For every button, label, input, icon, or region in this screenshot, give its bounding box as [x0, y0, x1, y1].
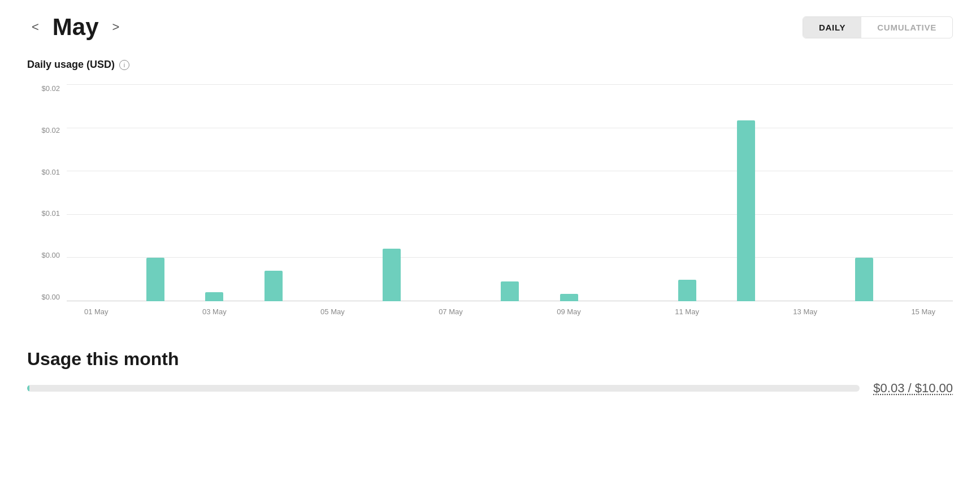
bar-group: [126, 84, 185, 301]
x-label-group: [717, 301, 776, 322]
x-axis: 01 May03 May05 May07 May09 May11 May13 M…: [67, 301, 953, 322]
y-label-4: $0.01: [27, 209, 67, 218]
bar[interactable]: [737, 120, 755, 301]
y-axis: $0.02 $0.02 $0.01 $0.01 $0.00 $0.00: [27, 84, 67, 322]
bars-area: [67, 84, 953, 301]
x-axis-label: 09 May: [557, 307, 581, 316]
usage-amount: $0.03 / $10.00: [873, 381, 953, 396]
y-label-2: $0.02: [27, 126, 67, 135]
bar-group: [894, 84, 953, 301]
x-label-group: [126, 301, 185, 322]
chart-area: $0.02 $0.02 $0.01 $0.01 $0.00 $0.00: [27, 84, 953, 322]
usage-section: Usage this month $0.03 / $10.00: [27, 349, 953, 396]
x-axis-label: 05 May: [320, 307, 345, 316]
bar[interactable]: [146, 258, 164, 301]
bar-group: [67, 84, 126, 301]
x-axis-label: 13 May: [793, 307, 817, 316]
y-label-1: $0.02: [27, 84, 67, 93]
view-tab-group: DAILY CUMULATIVE: [803, 16, 953, 38]
bar-group: [657, 84, 717, 301]
bar-group: [362, 84, 422, 301]
usage-bar-fill: [27, 385, 29, 392]
x-label-group: [480, 301, 540, 322]
bar-group: [539, 84, 599, 301]
chart-title-row: Daily usage (USD) i: [27, 59, 953, 71]
x-label-group: 01 May: [67, 301, 126, 322]
bar-group: [717, 84, 776, 301]
x-label-group: 07 May: [421, 301, 480, 322]
bar[interactable]: [855, 258, 873, 301]
x-axis-label: 01 May: [84, 307, 109, 316]
tab-daily[interactable]: DAILY: [803, 17, 861, 38]
x-axis-label: 03 May: [202, 307, 227, 316]
bar-group: [421, 84, 480, 301]
bar-group: [775, 84, 835, 301]
bar-group: [835, 84, 894, 301]
y-label-5: $0.00: [27, 251, 67, 259]
chart-title: Daily usage (USD): [27, 59, 115, 71]
chart-section: Daily usage (USD) i $0.02 $0.02 $0.01 $0…: [27, 59, 953, 322]
x-label-group: [244, 301, 303, 322]
bar-group: [244, 84, 303, 301]
x-label-group: 09 May: [539, 301, 599, 322]
usage-bar-track: [27, 385, 860, 392]
chart-container: $0.02 $0.02 $0.01 $0.01 $0.00 $0.00: [27, 84, 953, 322]
info-icon[interactable]: i: [119, 60, 129, 70]
x-label-group: 05 May: [303, 301, 362, 322]
x-label-group: [599, 301, 658, 322]
bar-group: [185, 84, 244, 301]
x-label-group: 13 May: [775, 301, 835, 322]
x-label-group: 03 May: [185, 301, 244, 322]
usage-section-title: Usage this month: [27, 349, 953, 370]
prev-month-button[interactable]: <: [27, 18, 44, 37]
page-header: < May > DAILY CUMULATIVE: [27, 14, 953, 41]
bar[interactable]: [383, 249, 401, 301]
chart-body: 01 May03 May05 May07 May09 May11 May13 M…: [67, 84, 953, 322]
x-label-group: [362, 301, 422, 322]
y-label-3: $0.01: [27, 168, 67, 176]
y-label-6: $0.00: [27, 293, 67, 301]
bar-group: [303, 84, 362, 301]
bar[interactable]: [560, 294, 578, 301]
month-title: May: [53, 14, 99, 41]
tab-cumulative[interactable]: CUMULATIVE: [861, 17, 952, 38]
x-label-group: 15 May: [894, 301, 953, 322]
x-axis-label: 07 May: [439, 307, 463, 316]
bar[interactable]: [678, 280, 696, 301]
header-left: < May >: [27, 14, 124, 41]
bar[interactable]: [205, 292, 223, 301]
x-axis-label: 11 May: [675, 307, 699, 316]
bar[interactable]: [264, 271, 283, 301]
bar-group: [480, 84, 540, 301]
x-label-group: 11 May: [657, 301, 717, 322]
x-axis-label: 15 May: [911, 307, 935, 316]
bar[interactable]: [501, 281, 519, 301]
bar-group: [599, 84, 658, 301]
x-label-group: [835, 301, 894, 322]
usage-bar-row: $0.03 / $10.00: [27, 381, 953, 396]
next-month-button[interactable]: >: [108, 18, 124, 37]
